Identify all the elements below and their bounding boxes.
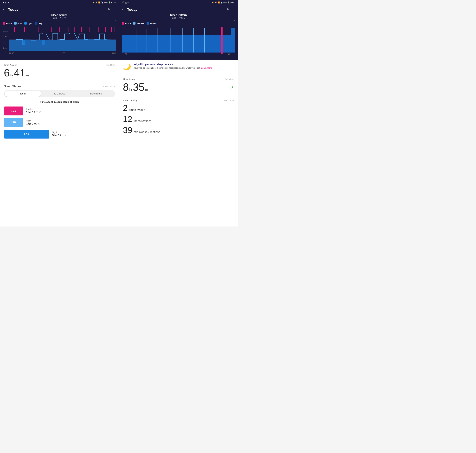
right-legend-dot-awake [122, 22, 124, 25]
left-chart-title-block: Sleep Stages 22:57 - 06:49 [3, 14, 116, 19]
stage-percent-awake: 15% [11, 110, 16, 113]
svg-rect-28 [231, 28, 235, 52]
quality-desc-restless: times restless [134, 119, 152, 123]
tab-30day[interactable]: 30 Day Avg [41, 91, 78, 97]
info-banner: 🌙 Why did I get basic Sleep Details? You… [119, 60, 238, 74]
info-text: Why did I get basic Sleep Details? Your … [134, 63, 212, 70]
volume-icon: 🔈 [5, 1, 7, 4]
signal-right-icon: 📡 [221, 1, 223, 4]
y-label-deep: Deep [3, 47, 8, 49]
camera-icon: 📷 [124, 1, 127, 4]
quality-stat-awake: 2 times awake [123, 104, 234, 112]
stage-duration-light: 5hr 17min [52, 134, 67, 137]
more-button-right[interactable]: ⋮ [233, 8, 235, 11]
svg-rect-22 [158, 28, 158, 52]
right-left-status-icons: 🎤 📷 ··· [122, 1, 129, 4]
left-chart-title: Sleep Stages [3, 14, 116, 17]
legend-dot-light [24, 22, 27, 25]
right-panel-title: Today [127, 7, 138, 12]
hr-unit-left: hr [10, 73, 13, 77]
alarm-icon: ⏰ [95, 1, 98, 4]
tab-benchmark[interactable]: Benchmark [78, 91, 114, 97]
sleep-chart-area: 22:57 03:00 06:49 [9, 27, 116, 56]
time-asleep-right: Time Asleep Edit Goal 8 hr 35 min ★ [123, 78, 234, 92]
svg-rect-25 [193, 28, 194, 52]
stage-item-light: 67% Light 5hr 17min [4, 130, 115, 139]
back-button-right[interactable]: ← [122, 8, 124, 11]
expand-icon-right[interactable]: ⤢ [234, 19, 235, 22]
edit-button-left[interactable]: ✎ [108, 8, 110, 11]
left-chart-time-range: 22:57 - 06:49 [3, 17, 116, 19]
status-bar: ☀ 🔈 ⊖ ⚡ ⏰ 📶 📡 99% 🔋 07:12 🎤 📷 ··· ⚡ ⏰ 📶 … [0, 0, 238, 5]
stage-duration-awake: 1hr 11min [26, 110, 41, 114]
svg-rect-26 [204, 28, 205, 52]
svg-rect-17 [111, 27, 112, 32]
quality-stat-min: 39 min awake / restless [123, 126, 234, 134]
share-button-left[interactable]: ⋮ [102, 8, 104, 11]
sleep-stages-learn-more[interactable]: Learn More [103, 85, 115, 88]
svg-rect-5 [24, 27, 25, 32]
legend-light: Light [24, 22, 32, 25]
svg-rect-4 [14, 27, 15, 32]
svg-rect-9 [51, 27, 51, 32]
time-asleep-header-right: Time Asleep Edit Goal [123, 78, 234, 81]
more-icon: ··· [128, 1, 129, 3]
svg-text:22:57: 22:57 [122, 53, 127, 55]
legend-dot-deep [34, 22, 37, 25]
bottom-section: Time Asleep Edit Goal 6 hr 41 min Sleep … [0, 60, 238, 226]
bottom-left: Time Asleep Edit Goal 6 hr 41 min Sleep … [0, 60, 119, 226]
min-unit-left: min [26, 73, 31, 77]
stage-bar-rem: 14% [4, 118, 23, 127]
edit-goal-button-left[interactable]: Edit Goal [106, 64, 115, 66]
quality-learn-more[interactable]: Learn more [222, 99, 234, 102]
legend-label-awake: Awake [6, 22, 12, 25]
battery-icon-left: 🔋 [108, 1, 111, 4]
edit-goal-button-right[interactable]: Edit Goal [225, 78, 234, 81]
back-button-left[interactable]: ← [3, 8, 6, 11]
info-learn-more[interactable]: Learn more [201, 67, 212, 69]
divider-1 [4, 82, 115, 82]
right-legend-label-restless: Restless [137, 22, 144, 25]
stage-duration-rem: 1hr 7min [26, 122, 40, 126]
hours-right: 8 [123, 82, 129, 92]
right-content: Time Asleep Edit Goal 8 hr 35 min ★ [119, 74, 238, 141]
svg-rect-18 [115, 27, 115, 32]
time-row-right: 8 hr 35 min ★ [123, 82, 234, 92]
signal-icon: 📡 [101, 1, 103, 4]
right-legend-asleep: Asleep [146, 22, 156, 25]
svg-rect-24 [182, 28, 183, 52]
svg-rect-11 [68, 27, 68, 32]
legend-label-rem: REM [18, 22, 22, 25]
time-asleep-label-right: Time Asleep [123, 78, 136, 81]
minutes-left: 41 [14, 68, 25, 78]
share-button-right[interactable]: ⋮ [221, 8, 224, 11]
stage-item-rem: 14% REM 1hr 7min [4, 118, 115, 127]
right-status-bar: 🎤 📷 ··· ⚡ ⏰ 📶 📡 84% 🔋 09:02 [119, 0, 238, 5]
legend-dot-rem [14, 22, 17, 25]
sleep-y-labels: Awake REM Light Deep [3, 27, 9, 56]
legend-rem: REM [14, 22, 22, 25]
time-asleep-value-right: 8 hr 35 min [123, 82, 151, 92]
sleep-quality-section: Sleep Quality Learn more 2 times awake 1… [123, 99, 234, 134]
svg-rect-14 [90, 27, 90, 32]
right-legend-label-awake: Awake [125, 22, 131, 25]
expand-icon-left[interactable]: ⤢ [114, 19, 116, 22]
svg-rect-27 [221, 27, 223, 54]
right-chart-legend: Awake Restless Asleep [122, 22, 235, 25]
svg-rect-19 [122, 35, 235, 52]
svg-rect-23 [170, 28, 170, 52]
stage-info-awake: Awake 1hr 11min [26, 108, 41, 114]
time-asleep-value: 6 hr 41 min [4, 68, 115, 78]
right-legend-restless: Restless [133, 22, 144, 25]
left-nav-right: ⋮ ✎ ⋮ [102, 8, 116, 11]
edit-button-right[interactable]: ✎ [227, 8, 229, 11]
tab-today[interactable]: Today [5, 91, 41, 97]
right-chart-time-range: 22:57 - 08:11 [122, 17, 235, 19]
left-panel-title: Today [8, 7, 18, 12]
svg-rect-15 [98, 27, 98, 32]
stage-info-rem: REM 1hr 7min [26, 119, 40, 126]
svg-rect-12 [74, 27, 75, 32]
more-button-left[interactable]: ⋮ [113, 8, 116, 11]
stage-item-awake: 15% Awake 1hr 11min [4, 106, 115, 115]
stage-info-light: Light 5hr 17min [52, 131, 67, 137]
